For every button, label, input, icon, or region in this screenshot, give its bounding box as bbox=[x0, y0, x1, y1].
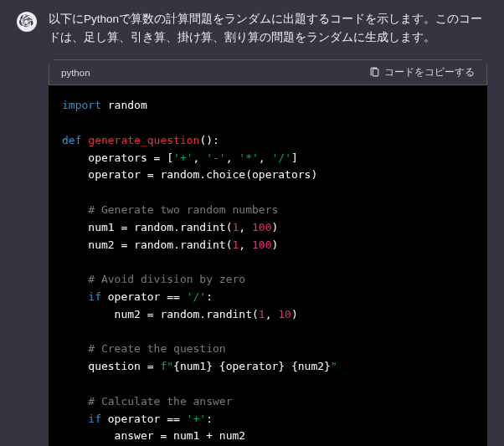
code-content[interactable]: import random def generate_question(): o… bbox=[49, 85, 487, 446]
assistant-avatar bbox=[17, 12, 37, 32]
svg-rect-1 bbox=[373, 69, 378, 76]
copy-code-label: コードをコピーする bbox=[384, 66, 475, 79]
intro-paragraph: 以下にPythonで算数の計算問題をランダムに出題するコードを示します。このコー… bbox=[49, 10, 487, 46]
code-block: python コードをコピーする import random def gener… bbox=[49, 59, 487, 446]
code-header: python コードをコピーする bbox=[49, 59, 487, 85]
clipboard-icon bbox=[369, 67, 380, 78]
code-language-label: python bbox=[61, 68, 90, 78]
openai-logo-icon bbox=[17, 12, 37, 32]
copy-code-button[interactable]: コードをコピーする bbox=[369, 66, 475, 79]
assistant-message: 以下にPythonで算数の計算問題をランダムに出題するコードを示します。このコー… bbox=[0, 0, 504, 446]
message-content: 以下にPythonで算数の計算問題をランダムに出題するコードを示します。このコー… bbox=[49, 10, 487, 446]
